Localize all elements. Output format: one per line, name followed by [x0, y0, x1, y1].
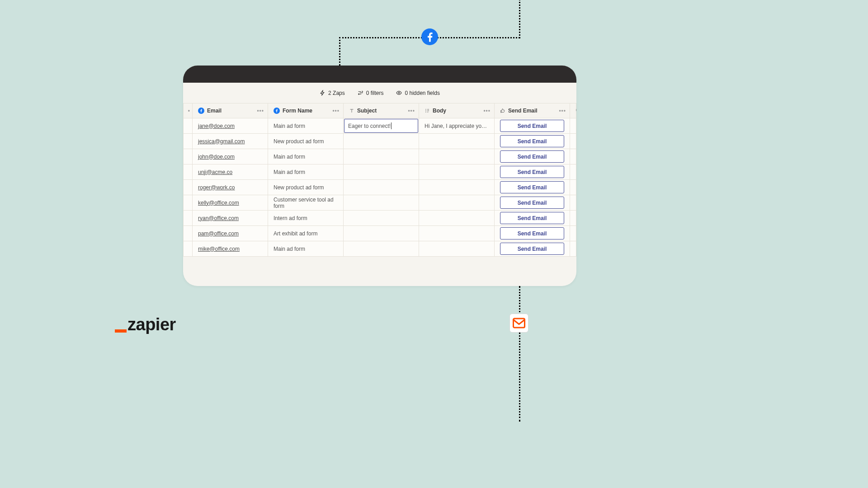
cell-email[interactable]: jessica@gmail.com: [193, 134, 268, 149]
table-row: unji@acme.coMain ad formSend Email: [184, 164, 576, 180]
col-menu-email[interactable]: •••: [257, 108, 264, 114]
row-stub: [184, 195, 193, 211]
col-header-subject[interactable]: Subject •••: [344, 103, 419, 118]
cell-tail: [570, 164, 576, 180]
cell-email[interactable]: kelly@office.com: [193, 195, 268, 211]
send-email-button[interactable]: Send Email: [500, 243, 564, 255]
cell-email[interactable]: roger@work.co: [193, 180, 268, 195]
cell-form[interactable]: Intern ad form: [268, 211, 344, 226]
cell-subject[interactable]: [344, 211, 419, 226]
cell-subject[interactable]: [344, 149, 419, 164]
col-menu-send[interactable]: •••: [559, 108, 566, 114]
send-email-button[interactable]: Send Email: [500, 135, 564, 147]
table-row: john@doe.comMain ad formSend Email: [184, 149, 576, 164]
send-email-button[interactable]: Send Email: [500, 120, 564, 132]
col-header-send[interactable]: Send Email •••: [495, 103, 570, 118]
cell-body[interactable]: [419, 149, 495, 164]
stub-overflow[interactable]: •: [188, 108, 190, 114]
connector-top-drop: [339, 37, 340, 66]
email-link[interactable]: unji@acme.co: [198, 169, 232, 175]
cell-body[interactable]: Hi Jane, I appreciate your inte…: [419, 118, 495, 134]
toolbar-zaps[interactable]: 2 Zaps: [320, 90, 345, 96]
cell-body[interactable]: [419, 241, 495, 257]
cell-form[interactable]: Customer service tool ad form: [268, 195, 344, 211]
cell-tail: [570, 211, 576, 226]
send-email-button[interactable]: Send Email: [500, 181, 564, 193]
cell-email[interactable]: john@doe.com: [193, 149, 268, 164]
facebook-icon: [198, 108, 204, 114]
cell-send: Send Email: [495, 164, 570, 180]
table-row: kelly@office.comCustomer service tool ad…: [184, 195, 576, 211]
email-link[interactable]: mike@office.com: [198, 246, 240, 252]
cell-send: Send Email: [495, 118, 570, 134]
cell-form[interactable]: New product ad form: [268, 134, 344, 149]
col-header-body[interactable]: Body •••: [419, 103, 495, 118]
row-stub: [184, 149, 193, 164]
cell-subject[interactable]: [344, 226, 419, 241]
cell-form[interactable]: Art exhibit ad form: [268, 226, 344, 241]
toolbar-filters[interactable]: 0 filters: [358, 90, 384, 96]
cell-email[interactable]: unji@acme.co: [193, 164, 268, 180]
cell-subject[interactable]: Eager to connect!: [344, 118, 419, 134]
cell-body[interactable]: [419, 195, 495, 211]
email-link[interactable]: jessica@gmail.com: [198, 138, 245, 145]
cell-form[interactable]: Main ad form: [268, 149, 344, 164]
col-header-form[interactable]: Form Name •••: [268, 103, 344, 118]
cell-tail: [570, 180, 576, 195]
send-email-button[interactable]: Send Email: [500, 166, 564, 178]
email-link[interactable]: jane@doe.com: [198, 123, 235, 129]
cell-form[interactable]: Main ad form: [268, 241, 344, 257]
email-link[interactable]: john@doe.com: [198, 154, 235, 160]
cell-form[interactable]: Main ad form: [268, 118, 344, 134]
col-menu-subject[interactable]: •••: [408, 108, 415, 114]
email-link[interactable]: pam@office.com: [198, 230, 239, 237]
send-email-button[interactable]: Send Email: [500, 227, 564, 239]
cell-email[interactable]: jane@doe.com: [193, 118, 268, 134]
cell-send: Send Email: [495, 134, 570, 149]
cell-form[interactable]: New product ad form: [268, 180, 344, 195]
table-row: pam@office.comArt exhibit ad formSend Em…: [184, 226, 576, 241]
cell-tail: [570, 149, 576, 164]
table-row: roger@work.coNew product ad formSend Ema…: [184, 180, 576, 195]
cell-email[interactable]: mike@office.com: [193, 241, 268, 257]
row-stub: [184, 226, 193, 241]
cell-form[interactable]: Main ad form: [268, 164, 344, 180]
cell-subject[interactable]: [344, 134, 419, 149]
send-email-button[interactable]: Send Email: [500, 212, 564, 224]
cell-body[interactable]: [419, 226, 495, 241]
cell-email[interactable]: pam@office.com: [193, 226, 268, 241]
send-email-button[interactable]: Send Email: [500, 150, 564, 163]
cell-body[interactable]: [419, 164, 495, 180]
cell-send: Send Email: [495, 226, 570, 241]
toolbar-hidden-fields[interactable]: 0 hidden fields: [396, 90, 439, 96]
col-menu-body[interactable]: •••: [483, 108, 491, 114]
cell-subject[interactable]: [344, 195, 419, 211]
row-stub: [184, 211, 193, 226]
row-stub: [184, 164, 193, 180]
email-link[interactable]: kelly@office.com: [198, 200, 239, 206]
cell-body[interactable]: [419, 180, 495, 195]
table-row: jessica@gmail.comNew product ad formSend…: [184, 134, 576, 149]
col-header-tail: [570, 103, 576, 118]
cell-send: Send Email: [495, 149, 570, 164]
cell-tail: [570, 195, 576, 211]
cell-subject[interactable]: [344, 180, 419, 195]
email-link[interactable]: roger@work.co: [198, 184, 235, 191]
cell-subject[interactable]: [344, 164, 419, 180]
cell-email[interactable]: ryan@office.com: [193, 211, 268, 226]
cell-tail: [570, 241, 576, 257]
check-circle-icon: [576, 107, 576, 113]
col-menu-form[interactable]: •••: [332, 108, 340, 114]
text-caret: [391, 122, 392, 129]
col-header-email[interactable]: Email •••: [193, 103, 268, 118]
cell-body[interactable]: [419, 134, 495, 149]
table-card: 2 Zaps 0 filters 0 hidden fields •: [183, 66, 576, 286]
cell-body[interactable]: [419, 211, 495, 226]
cell-subject[interactable]: [344, 241, 419, 257]
col-header-stub: •: [184, 103, 193, 118]
send-email-button[interactable]: Send Email: [500, 197, 564, 209]
table-row: mike@office.comMain ad formSend Email: [184, 241, 576, 257]
subject-input[interactable]: Eager to connect!: [344, 119, 418, 133]
card-titlebar: [183, 66, 576, 83]
email-link[interactable]: ryan@office.com: [198, 215, 239, 221]
